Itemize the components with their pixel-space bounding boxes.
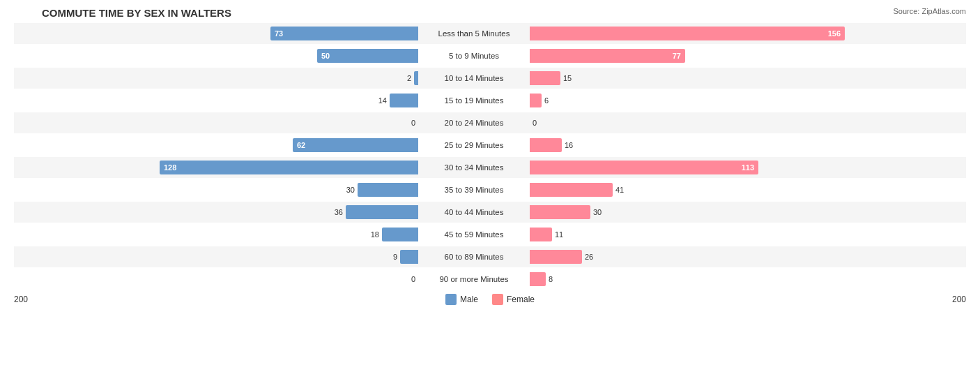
row-label: 15 to 19 Minutes [418, 96, 530, 105]
axis-max-right: 200 [924, 295, 966, 304]
female-bar [530, 228, 552, 241]
male-bar [358, 183, 418, 197]
female-value-label: 156 [828, 29, 845, 38]
table-row: 2 10 to 14 Minutes 15 [14, 68, 966, 89]
male-value-label: 128 [160, 163, 176, 172]
female-bar [530, 272, 546, 286]
row-label: 35 to 39 Minutes [418, 186, 530, 194]
male-outside-value: 36 [335, 208, 343, 216]
male-outside-value: 0 [411, 119, 415, 127]
row-label: 20 to 24 Minutes [418, 119, 530, 127]
female-legend-box [492, 294, 503, 305]
chart-rows: 73 Less than 5 Minutes 156 50 5 to 9 Min… [14, 23, 966, 290]
row-label: 90 or more Minutes [418, 275, 530, 283]
female-legend-label: Female [507, 295, 535, 304]
bottom-area: 200 Male Female 200 [14, 294, 966, 305]
female-outside-value: 8 [549, 275, 553, 283]
table-row: 14 15 to 19 Minutes 6 [14, 90, 966, 111]
row-label: 60 to 89 Minutes [418, 253, 530, 261]
male-outside-value: 0 [411, 275, 415, 283]
male-value-label: 50 [317, 52, 330, 60]
male-legend-label: Male [460, 295, 478, 304]
male-bar [390, 94, 418, 107]
table-row: 36 40 to 44 Minutes 30 [14, 202, 966, 223]
female-outside-value: 30 [593, 208, 602, 216]
female-bar [530, 71, 560, 85]
female-outside-value: 15 [563, 74, 572, 82]
female-bar [530, 94, 542, 107]
table-row: 73 Less than 5 Minutes 156 [14, 23, 966, 44]
female-outside-value: 11 [555, 230, 563, 239]
female-bar [530, 183, 613, 197]
female-bar: 77 [530, 49, 685, 63]
row-label: 10 to 14 Minutes [418, 74, 530, 82]
table-row: 18 45 to 59 Minutes 11 [14, 224, 966, 245]
female-outside-value: 41 [615, 186, 624, 194]
male-bar [346, 205, 418, 219]
male-value-label: 62 [293, 141, 305, 149]
male-bar [400, 250, 418, 264]
legend-female: Female [492, 294, 535, 305]
male-outside-value: 30 [346, 186, 355, 194]
female-outside-value: 26 [585, 253, 593, 261]
table-row: 0 20 to 24 Minutes 0 [14, 112, 966, 133]
female-outside-value: 0 [533, 119, 537, 127]
female-bar: 113 [530, 161, 758, 174]
legend: Male Female [445, 294, 535, 305]
table-row: 30 35 to 39 Minutes 41 [14, 179, 966, 200]
chart-title: COMMUTE TIME BY SEX IN WALTERS [14, 7, 966, 19]
male-legend-box [445, 294, 457, 305]
table-row: 128 30 to 34 Minutes 113 [14, 157, 966, 178]
axis-min-left: 200 [14, 295, 56, 304]
chart-container: COMMUTE TIME BY SEX IN WALTERS Source: Z… [0, 0, 980, 365]
male-bar [382, 228, 418, 241]
male-bar: 62 [293, 138, 418, 152]
female-outside-value: 6 [544, 96, 549, 105]
male-outside-value: 2 [407, 74, 411, 82]
female-bar: 156 [530, 27, 845, 40]
row-label: 5 to 9 Minutes [418, 52, 530, 60]
female-bar [530, 138, 562, 152]
female-bar [530, 250, 582, 264]
female-value-label: 77 [673, 52, 685, 60]
row-label: 45 to 59 Minutes [418, 230, 530, 239]
male-bar: 128 [160, 161, 418, 174]
male-outside-value: 9 [393, 253, 397, 261]
row-label: 30 to 34 Minutes [418, 163, 530, 172]
row-label: 40 to 44 Minutes [418, 208, 530, 216]
row-label: 25 to 29 Minutes [418, 141, 530, 149]
male-bar: 50 [317, 49, 418, 63]
male-bar [414, 71, 418, 85]
male-outside-value: 18 [371, 230, 379, 239]
table-row: 0 90 or more Minutes 8 [14, 269, 966, 290]
table-row: 50 5 to 9 Minutes 77 [14, 45, 966, 66]
male-bar: 73 [270, 27, 418, 40]
table-row: 9 60 to 89 Minutes 26 [14, 246, 966, 267]
table-row: 62 25 to 29 Minutes 16 [14, 135, 966, 156]
female-outside-value: 16 [565, 141, 573, 149]
legend-male: Male [445, 294, 478, 305]
row-label: Less than 5 Minutes [418, 29, 530, 38]
female-bar [530, 205, 590, 219]
female-value-label: 113 [742, 163, 758, 172]
male-value-label: 73 [270, 29, 283, 38]
source-text: Source: ZipAtlas.com [893, 7, 966, 15]
male-outside-value: 14 [378, 96, 387, 105]
